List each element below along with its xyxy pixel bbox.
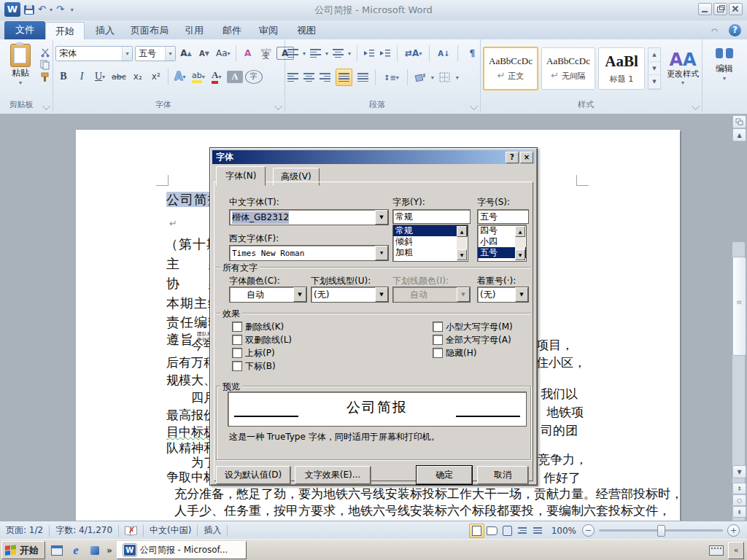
reading-view-icon[interactable] [484,524,500,538]
bullets-icon[interactable] [287,47,298,59]
tab-page-layout[interactable]: 页面布局 [121,22,178,39]
text-effects-button[interactable]: A▾ [172,69,188,85]
style-gallery-more-icon[interactable]: ▼ [649,75,660,89]
close-button[interactable] [729,3,743,15]
font-dialog-launcher-icon[interactable] [274,102,282,110]
numbering-icon[interactable] [310,47,321,59]
scroll-up-icon[interactable]: ▲ [732,128,746,141]
style-gallery-down-icon[interactable]: ▼ [649,62,660,76]
zoom-in-icon[interactable]: + [727,524,740,537]
doc-line[interactable]: 人手少、任务重，按甲方要求，地铁六号线安装标六个标段都要投，要编制六套投标文件， [174,502,670,519]
show-desktop-icon[interactable] [50,543,64,558]
page-indicator[interactable]: 页面: 1/2 [6,524,43,537]
paragraph-dialog-launcher-icon[interactable] [470,102,478,110]
shading-icon[interactable] [414,72,426,82]
scroll-up-icon[interactable]: ▲ [457,226,467,237]
double-strikethrough-checkbox[interactable] [232,335,242,345]
change-styles-button[interactable]: AA 更改样式 ▾ [664,51,702,86]
font-size-list[interactable]: 四号 小四 五号 ▲ ▼ [477,225,527,262]
zoom-level[interactable]: 100% [551,526,576,536]
doc-line[interactable]: 规模大、 [166,372,216,389]
underline-style-dropdown-icon[interactable]: ▼ [375,287,388,302]
line-spacing-icon[interactable]: ↕≡▾ [382,69,400,85]
start-button[interactable]: 开始 [1,541,45,559]
subscript-button[interactable]: x₂ [130,69,146,85]
multilevel-list-icon[interactable] [333,47,344,59]
quick-launch-overflow-icon[interactable]: » [107,545,112,556]
font-size-list-scrollbar[interactable]: ▲ ▼ [515,226,525,260]
set-default-button[interactable]: 设为默认值(D) [216,466,290,484]
font-color-button[interactable]: A▾ [209,69,225,85]
zoom-slider[interactable] [599,529,723,532]
enclose-characters-button[interactable]: 字 [245,70,263,84]
copy-icon[interactable] [40,60,50,70]
doc-line[interactable]: 司的团 [541,422,578,439]
checkbox-label[interactable]: 隐藏(H) [446,347,476,359]
align-left-icon[interactable] [287,71,298,83]
outline-view-icon[interactable] [515,524,530,538]
align-center-icon[interactable] [303,71,314,83]
scroll-down-icon[interactable]: ▼ [732,465,746,478]
superscript-checkbox[interactable] [232,348,242,358]
chinese-font-combo[interactable]: 楷体_GB2312 ▼ [229,209,389,225]
print-layout-view-icon[interactable] [469,524,484,538]
checkbox-label[interactable]: 双删除线(L) [245,334,292,346]
checkbox-label[interactable]: 上标(P) [245,347,275,359]
doc-line[interactable]: 后有万科 [166,354,216,371]
doc-line[interactable]: 我们以 [541,386,578,402]
show-marks-icon[interactable]: ¶ [464,45,480,61]
tab-file[interactable]: 文件 [4,21,45,39]
shrink-font-button[interactable]: A▼ [196,45,212,61]
italic-button[interactable]: I [74,69,90,85]
format-painter-icon[interactable] [40,72,50,82]
keyboard-layout-icon[interactable] [709,545,724,556]
increase-indent-icon[interactable] [379,48,391,58]
font-style-list-scrollbar[interactable]: ▲ ▼ [457,226,467,260]
restore-button[interactable] [713,3,727,15]
emphasis-mark-combo[interactable]: (无) ▼ [477,287,529,303]
all-caps-checkbox[interactable] [433,335,443,345]
chinese-font-dropdown-icon[interactable]: ▼ [375,210,388,225]
proofing-errors-icon[interactable]: ✗ [125,526,137,535]
dialog-title-bar[interactable]: 字体 ? × [212,150,535,164]
tab-view[interactable]: 视图 [287,22,325,39]
editing-button[interactable]: 编辑 ▾ [710,47,739,82]
doc-line[interactable]: 最高报价 [166,407,216,424]
change-case-button[interactable]: Aa▾ [214,45,232,61]
distribute-icon[interactable] [357,71,368,83]
font-size-field[interactable]: 五号 [477,209,529,224]
grow-font-button[interactable]: A▲ [178,45,194,61]
doc-line[interactable]: 住小区， [536,354,586,371]
character-shading-button[interactable]: A [227,71,243,83]
style-card-heading1[interactable]: AaBl 标题 1 [598,47,645,90]
select-browse-object-icon[interactable]: ○ [732,494,746,506]
borders-icon[interactable] [439,72,451,82]
emphasis-dropdown-icon[interactable]: ▼ [515,287,528,302]
zoom-slider-handle[interactable] [657,525,665,537]
sort-icon[interactable]: A↓ [436,45,452,61]
paste-button[interactable]: 粘贴 ▾ [4,44,36,86]
draft-view-icon[interactable] [530,524,546,538]
next-page-icon[interactable]: ⇟ [732,506,746,518]
decrease-indent-icon[interactable] [363,48,375,58]
doc-line[interactable]: 遵旨 [166,331,194,349]
zoom-out-icon[interactable]: − [582,524,595,537]
minimize-button[interactable] [698,3,712,15]
superscript-button[interactable]: x² [148,69,164,85]
cut-icon[interactable] [40,47,50,58]
web-layout-view-icon[interactable] [500,524,515,538]
hidden-checkbox[interactable] [433,348,443,358]
ok-button[interactable]: 确定 [417,466,472,484]
clipboard-dialog-launcher-icon[interactable] [42,102,50,110]
font-style-list[interactable]: 常规 倾斜 加粗 ▲ ▼ [392,225,468,262]
text-effects-dialog-button[interactable]: 文字效果(E)... [295,466,371,484]
previous-page-icon[interactable]: ⇞ [732,483,746,494]
cancel-button[interactable]: 取消 [477,466,528,484]
insert-mode-indicator[interactable]: 插入 [204,524,221,537]
bold-button[interactable]: B [55,69,71,85]
doc-line[interactable]: 充分准备，憋足了劲，要为地铁六号线安装标投标工作大干一场，贡献力量。经营部投标时… [174,486,683,502]
scroll-down-icon[interactable]: ▼ [515,249,525,260]
doc-line[interactable]: 项目， [536,337,573,354]
dialog-close-icon[interactable]: × [520,152,533,163]
scroll-down-icon[interactable]: ▼ [457,249,467,260]
